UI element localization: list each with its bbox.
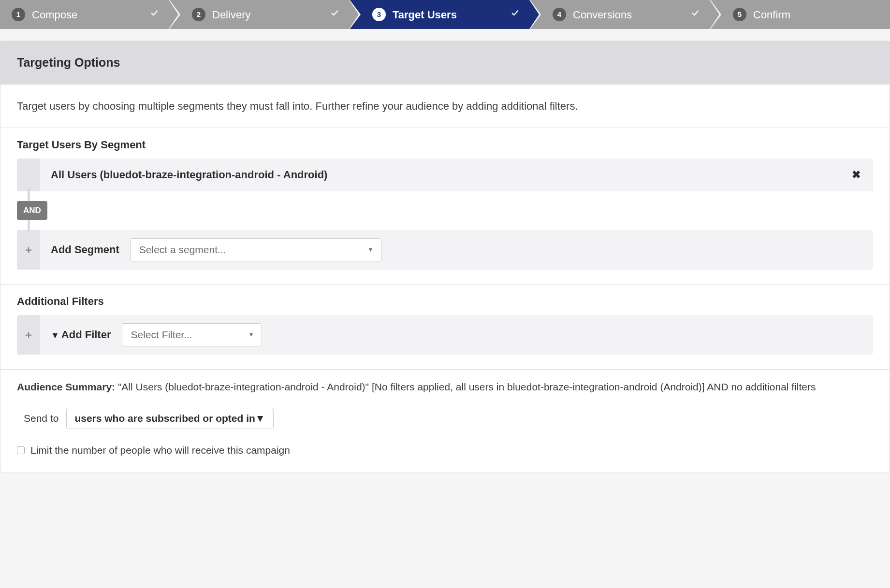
add-filter-label: ▼Add Filter [40, 327, 122, 343]
step-label: Compose [32, 7, 149, 23]
summary-section: Audience Summary: "All Users (bluedot-br… [0, 369, 890, 473]
remove-segment-button[interactable]: ✖ [839, 167, 873, 183]
and-badge: AND [17, 201, 47, 220]
panel-title: Targeting Options [0, 41, 890, 85]
step-conversions[interactable]: 4 Conversions [529, 0, 710, 29]
segments-title: Target Users By Segment [17, 137, 873, 153]
close-icon: ✖ [852, 169, 861, 181]
plus-icon: ＋ [23, 327, 34, 343]
step-number: 3 [372, 8, 386, 21]
segment-handle [17, 158, 40, 191]
segment-name: All Users (bluedot-braze-integration-and… [40, 167, 839, 183]
check-icon [690, 8, 700, 21]
plus-icon: ＋ [23, 242, 34, 258]
filter-select-placeholder: Select Filter... [131, 327, 192, 343]
step-label: Delivery [212, 7, 330, 23]
check-icon [149, 8, 159, 21]
summary-label: Audience Summary: [17, 381, 115, 392]
add-segment-row: ＋ Add Segment Select a segment... ▾ [17, 230, 873, 270]
funnel-icon: ▼ [51, 329, 59, 342]
send-to-row: Send to users who are subscribed or opte… [17, 408, 873, 429]
limit-label[interactable]: Limit the number of people who will rece… [30, 443, 290, 458]
segment-select-placeholder: Select a segment... [139, 242, 226, 258]
segment-connector: AND [17, 191, 873, 230]
send-to-select[interactable]: users who are subscribed or opted in ▼ [66, 408, 273, 429]
summary-text: "All Users (bluedot-braze-integration-an… [118, 381, 816, 392]
audience-summary: Audience Summary: "All Users (bluedot-br… [17, 379, 873, 395]
chevron-down-icon: ▾ [369, 244, 372, 255]
step-label: Confirm [753, 7, 880, 23]
step-number: 1 [12, 8, 25, 21]
check-icon [330, 8, 339, 21]
chevron-down-icon: ▾ [249, 330, 253, 340]
limit-row: Limit the number of people who will rece… [17, 443, 873, 458]
panel-description: Target users by choosing multiple segmen… [0, 85, 890, 128]
targeting-panel: Targeting Options Target users by choosi… [0, 41, 890, 473]
step-target-users[interactable]: 3 Target Users [349, 0, 529, 29]
filters-section: Additional Filters ＋ ▼Add Filter Select … [0, 284, 890, 369]
step-label: Target Users [393, 7, 510, 23]
check-icon [510, 8, 520, 21]
selected-segment-row: All Users (bluedot-braze-integration-and… [17, 158, 873, 191]
step-number: 2 [192, 8, 205, 21]
step-delivery[interactable]: 2 Delivery [169, 0, 349, 29]
segment-select[interactable]: Select a segment... ▾ [130, 238, 381, 261]
step-compose[interactable]: 1 Compose [0, 0, 169, 29]
step-label: Conversions [573, 7, 690, 23]
limit-checkbox[interactable] [17, 446, 25, 454]
send-to-value: users who are subscribed or opted in [74, 411, 255, 426]
wizard-steps: 1 Compose 2 Delivery 3 Target Users 4 Co… [0, 0, 890, 29]
step-confirm[interactable]: 5 Confirm [710, 0, 890, 29]
caret-down-icon: ▼ [255, 411, 265, 426]
step-number: 4 [553, 8, 566, 21]
filter-select[interactable]: Select Filter... ▾ [122, 323, 262, 346]
add-filter-row: ＋ ▼Add Filter Select Filter... ▾ [17, 315, 873, 355]
send-to-label: Send to [17, 411, 58, 426]
add-segment-label: Add Segment [40, 242, 130, 258]
segments-section: Target Users By Segment All Users (blued… [0, 128, 890, 284]
filters-title: Additional Filters [17, 293, 873, 309]
add-filter-handle: ＋ [17, 315, 40, 355]
step-number: 5 [733, 8, 746, 21]
add-segment-handle: ＋ [17, 230, 40, 270]
